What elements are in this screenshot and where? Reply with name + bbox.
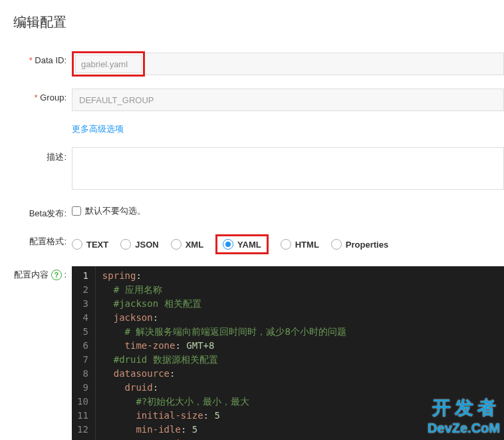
gutter-line: 5	[77, 325, 88, 339]
gutter-line: 10	[77, 395, 88, 409]
code-line: #?初始化大小，最小，最大	[102, 395, 497, 409]
radio-icon	[223, 239, 233, 250]
page-title: 编辑配置	[13, 13, 504, 31]
code-line: max-active: 20	[102, 437, 497, 440]
format-radio-text[interactable]: TEXT	[72, 239, 108, 250]
radio-label: Properties	[346, 240, 388, 250]
data-id-field-rest[interactable]	[143, 53, 504, 75]
format-radio-yaml-highlight: YAML	[215, 234, 269, 254]
code-line: datasource:	[102, 367, 497, 381]
data-id-input[interactable]	[75, 55, 142, 73]
description-textarea[interactable]	[72, 147, 504, 190]
gutter-line: 1	[77, 269, 88, 283]
radio-icon	[281, 239, 291, 250]
gutter-line: 7	[77, 353, 88, 367]
description-label: 描述:	[13, 147, 72, 163]
code-line: #druid 数据源相关配置	[102, 353, 497, 367]
format-radio-yaml[interactable]: YAML	[223, 239, 261, 250]
code-gutter: 12345678910111213141516	[72, 266, 96, 440]
code-editor[interactable]: 12345678910111213141516 spring: # 应用名称 #…	[72, 266, 504, 440]
gutter-line: 12	[77, 423, 88, 437]
code-line: #jackson 相关配置	[102, 297, 497, 311]
code-line: min-idle: 5	[102, 423, 497, 437]
gutter-line: 6	[77, 339, 88, 353]
radio-label: XML	[186, 240, 203, 250]
code-line: initial-size: 5	[102, 409, 497, 423]
beta-label: Beta发布:	[13, 204, 72, 220]
gutter-line: 13	[77, 437, 88, 440]
radio-label: YAML	[237, 240, 261, 250]
gutter-line: 8	[77, 367, 88, 381]
gutter-line: 2	[77, 283, 88, 297]
code-line: jackson:	[102, 311, 497, 325]
radio-icon	[331, 239, 342, 250]
group-label: Group:	[13, 89, 72, 103]
format-label: 配置格式:	[13, 232, 72, 248]
radio-label: JSON	[135, 240, 158, 250]
code-area[interactable]: spring: # 应用名称 #jackson 相关配置 jackson: # …	[96, 266, 504, 440]
group-input[interactable]	[72, 89, 504, 111]
radio-label: HTML	[295, 240, 319, 250]
radio-icon	[72, 239, 82, 250]
gutter-line: 11	[77, 409, 88, 423]
code-line: # 应用名称	[102, 283, 497, 297]
more-advanced-link[interactable]: 更多高级选项	[72, 124, 124, 134]
beta-checkbox[interactable]	[72, 206, 81, 216]
gutter-line: 4	[77, 311, 88, 325]
format-radio-html[interactable]: HTML	[281, 239, 319, 250]
code-line: spring:	[102, 269, 497, 283]
format-radio-group: TEXTJSONXMLYAMLHTMLProperties	[72, 232, 504, 254]
gutter-line: 9	[77, 381, 88, 395]
data-id-highlight	[72, 51, 145, 77]
code-line: time-zone: GMT+8	[102, 339, 497, 353]
beta-hint: 默认不要勾选。	[85, 205, 146, 217]
format-radio-properties[interactable]: Properties	[331, 239, 388, 250]
data-id-label: Data ID:	[13, 51, 72, 65]
help-icon[interactable]: ?	[51, 270, 62, 280]
radio-icon	[171, 239, 182, 250]
content-label: 配置内容	[14, 270, 49, 280]
format-radio-json[interactable]: JSON	[120, 239, 158, 250]
code-line: # 解决服务端向前端返回时间时，减少8个小时的问题	[102, 325, 497, 339]
gutter-line: 3	[77, 297, 88, 311]
format-radio-xml[interactable]: XML	[171, 239, 203, 250]
radio-label: TEXT	[86, 240, 108, 250]
radio-icon	[120, 239, 131, 250]
code-line: druid:	[102, 381, 497, 395]
content-label-wrap: 配置内容 ? :	[13, 266, 72, 281]
